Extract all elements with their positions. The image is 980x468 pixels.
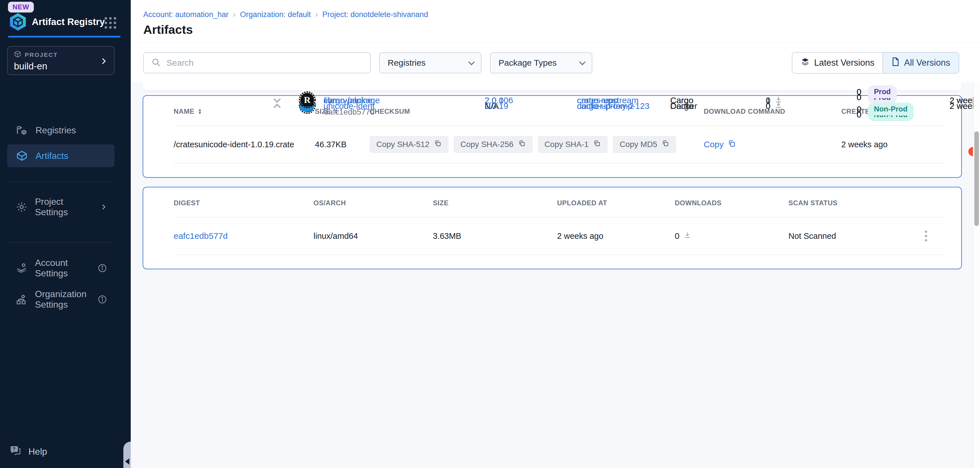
sidebar-item-label: Registries bbox=[35, 125, 76, 135]
file-created-at: 2 weeks ago bbox=[841, 140, 944, 149]
deployment-line: 0Non-Prod bbox=[857, 103, 950, 115]
copy-checksum-button[interactable]: Copy SHA-1 bbox=[538, 136, 608, 153]
artifact-version-link[interactable]: 2.0.106 bbox=[485, 96, 577, 105]
svg-text:R: R bbox=[304, 95, 311, 105]
download-icon bbox=[775, 96, 783, 105]
download-command-copy-link[interactable]: Copy bbox=[704, 139, 841, 150]
artifact-name-link[interactable]: syn bbox=[323, 96, 337, 105]
copy-checksum-label: Copy SHA-256 bbox=[460, 140, 514, 149]
column-header-label: DIGEST bbox=[173, 199, 200, 207]
manifest-downloads: 0 bbox=[675, 231, 788, 241]
breadcrumb-organization-link[interactable]: Organization: default bbox=[240, 10, 311, 19]
detail-table-header-row: DIGESTOS/ARCHSIZEUPLOADED ATDOWNLOADSSCA… bbox=[173, 189, 944, 218]
sidebar-item-label: Artifacts bbox=[35, 151, 68, 161]
download-icon bbox=[684, 231, 692, 241]
sidebar-collapse-handle[interactable] bbox=[123, 442, 131, 468]
search-icon bbox=[151, 57, 161, 68]
digest-link[interactable]: eafc1edb577d bbox=[173, 231, 228, 240]
sidebar-item-registries[interactable]: Registries bbox=[7, 119, 115, 142]
chevron-right-icon bbox=[100, 203, 107, 211]
sidebar-item-artifacts[interactable]: Artifacts bbox=[7, 145, 115, 167]
copy-checksum-button[interactable]: Copy SHA-512 bbox=[369, 136, 449, 153]
scrollbar-track[interactable] bbox=[973, 83, 980, 468]
chevron-down-icon bbox=[579, 59, 586, 65]
document-icon bbox=[892, 57, 900, 68]
project-name: build-en bbox=[14, 61, 108, 72]
registries-dropdown[interactable]: Registries bbox=[379, 52, 482, 73]
column-header: OS/ARCH bbox=[313, 199, 433, 207]
prod-count: 0 bbox=[857, 87, 861, 97]
copy-icon bbox=[662, 140, 669, 149]
breadcrumb-project-link[interactable]: Project: donotdelete-shivanand bbox=[322, 10, 428, 19]
copy-icon bbox=[434, 140, 442, 149]
artifact-card: library/alpineeafc1edb577dN/Adocker-prox… bbox=[143, 187, 962, 269]
info-icon[interactable] bbox=[97, 263, 107, 273]
header-divider bbox=[131, 43, 980, 43]
artifacts-cube-icon bbox=[16, 150, 28, 162]
latest-versions-button[interactable]: Latest Versions bbox=[792, 53, 883, 73]
copy-checksum-button[interactable]: Copy MD5 bbox=[613, 136, 676, 153]
file-size: 46.37KB bbox=[315, 140, 369, 149]
copy-checksum-label: Copy SHA-512 bbox=[376, 140, 430, 149]
latest-versions-label: Latest Versions bbox=[814, 58, 875, 68]
page-header: Account: automation_har › Organization: … bbox=[131, 0, 980, 83]
all-versions-button[interactable]: All Versions bbox=[883, 53, 959, 73]
help-label: Help bbox=[29, 446, 47, 457]
copy-checksum-label: Copy SHA-1 bbox=[544, 140, 589, 149]
downloads-count: 1 bbox=[766, 96, 857, 105]
help-button[interactable]: ? Help bbox=[9, 444, 47, 459]
package-types-dropdown[interactable]: Package Types bbox=[490, 52, 592, 73]
prod-badge: Prod bbox=[868, 85, 897, 98]
project-label: PROJECT bbox=[25, 51, 58, 58]
sidebar-divider bbox=[8, 181, 114, 182]
kebab-menu-button[interactable] bbox=[923, 228, 944, 244]
artifact-row[interactable]: Rsyn2.0.106crates-upstreamCargo10Prod0No… bbox=[261, 83, 980, 118]
info-icon[interactable] bbox=[97, 294, 107, 304]
artifact-name-cell: Rsyn bbox=[293, 91, 485, 110]
column-header-label: OS/ARCH bbox=[313, 199, 346, 207]
scrollbar-thumb[interactable] bbox=[974, 131, 979, 226]
column-header: SIZE bbox=[433, 199, 557, 207]
sidebar-item-account-settings[interactable]: Account Settings bbox=[7, 257, 115, 280]
package-types-dropdown-label: Package Types bbox=[498, 58, 557, 68]
copy-checksum-label: Copy MD5 bbox=[620, 140, 657, 149]
sidebar-item-project-settings[interactable]: Project Settings bbox=[7, 196, 115, 218]
new-badge: NEW bbox=[8, 2, 34, 13]
column-header-label: SCAN STATUS bbox=[788, 199, 838, 207]
artifact-list: Runicode-ident1.0.19cargo-up-temp-123Car… bbox=[131, 83, 980, 468]
sort-icon[interactable]: ▲▼ bbox=[198, 108, 202, 115]
os-arch: linux/amd64 bbox=[313, 231, 433, 241]
registry-link[interactable]: crates-upstream bbox=[577, 96, 639, 105]
deployments-cell: 0Prod0Non-Prod bbox=[857, 85, 950, 115]
breadcrumb: Account: automation_har › Organization: … bbox=[143, 10, 428, 19]
scan-status: Not Scanned bbox=[788, 231, 919, 241]
copy-icon bbox=[518, 140, 526, 149]
deployment-line: 0Prod bbox=[857, 85, 950, 98]
manifest-size: 3.63MB bbox=[433, 231, 557, 241]
layers-gear-icon bbox=[16, 262, 27, 274]
expand-toggle-button[interactable] bbox=[261, 96, 293, 105]
copy-icon bbox=[728, 139, 736, 150]
cargo-rust-icon: R bbox=[298, 91, 316, 110]
uploaded-at: 2 weeks ago bbox=[557, 231, 675, 241]
registries-icon bbox=[16, 124, 28, 136]
column-header-label: NAME bbox=[173, 107, 194, 115]
project-selector[interactable]: PROJECT build-en bbox=[7, 46, 115, 75]
detail-table-row: eafc1edb577dlinux/amd643.63MB2 weeks ago… bbox=[173, 218, 944, 255]
sidebar-item-organization-settings[interactable]: Organization Settings bbox=[7, 288, 115, 311]
app-switcher-grid-icon[interactable] bbox=[105, 17, 116, 29]
search-input[interactable] bbox=[167, 58, 363, 68]
chevron-down-icon bbox=[468, 59, 475, 65]
copy-checksum-button[interactable]: Copy SHA-256 bbox=[453, 136, 533, 153]
breadcrumb-account-link[interactable]: Account: automation_har bbox=[143, 10, 229, 19]
sidebar-item-label: Project Settings bbox=[35, 196, 93, 218]
org-chart-gear-icon bbox=[16, 293, 27, 306]
gear-icon bbox=[16, 201, 27, 213]
column-header: SCAN STATUS bbox=[788, 199, 919, 207]
layers-icon bbox=[801, 57, 810, 68]
chevron-right-icon bbox=[100, 56, 108, 67]
search-box bbox=[143, 52, 371, 73]
detail-table-row: /cratesunicode-ident-1.0.19.crate46.37KB… bbox=[173, 126, 944, 164]
sidebar-item-label: Organization Settings bbox=[35, 289, 90, 310]
chevron-separator-icon: › bbox=[233, 11, 235, 19]
